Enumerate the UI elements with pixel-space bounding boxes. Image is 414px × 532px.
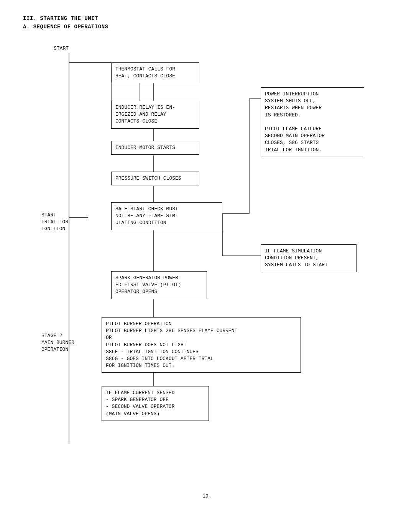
- page-number: 19.: [23, 493, 391, 499]
- sub-title: A. SEQUENCE OF OPERATIONS: [23, 24, 391, 30]
- safe-start-box: SAFE START CHECK MUST NOT BE ANY FLAME S…: [111, 202, 222, 230]
- start-trial-label: START TRIAL FOR IGNITION: [41, 212, 68, 233]
- inducer-motor-box: INDUCER MOTOR STARTS: [111, 141, 199, 155]
- power-interruption-box: POWER INTERRUPTION SYSTEM SHUTS OFF, RES…: [261, 87, 364, 157]
- section-title: III. STARTING THE UNIT: [23, 15, 391, 21]
- inducer-relay-box: INDUCER RELAY IS EN- ERGIZED AND RELAY C…: [111, 101, 199, 129]
- flame-current-box: IF FLAME CURRENT SENSED - SPARK GENERATO…: [102, 386, 209, 421]
- pressure-switch-box: PRESSURE SWITCH CLOSES: [111, 172, 199, 185]
- start-label: START: [54, 45, 69, 52]
- stage2-label: STAGE 2 MAIN BURNER OPERATION: [41, 332, 74, 354]
- spark-generator-box: SPARK GENERATOR POWER- ED FIRST VALVE (P…: [111, 271, 207, 299]
- thermostat-box: THERMOSTAT CALLS FOR HEAT, CONTACTS CLOS…: [111, 62, 199, 83]
- pilot-burner-box: PILOT BURNER OPERATION PILOT BURNER LIGH…: [102, 317, 301, 373]
- flame-simulation-box: IF FLAME SIMULATION CONDITION PRESENT, S…: [261, 244, 356, 272]
